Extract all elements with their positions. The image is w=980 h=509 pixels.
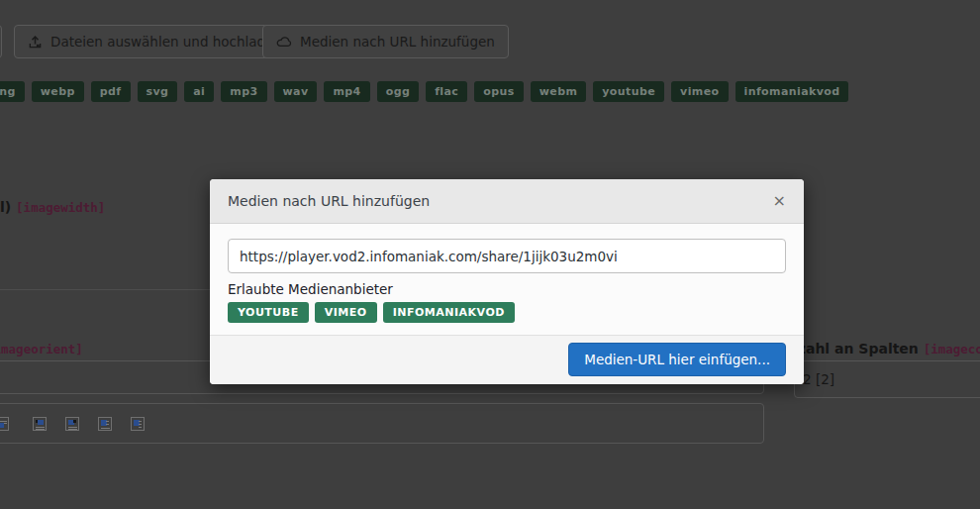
upload-files-label: Dateien auswählen und hochladen [50,34,282,50]
close-icon[interactable]: × [773,193,786,209]
filetype-tag: vimeo [671,81,728,102]
add-media-by-url-label: Medien nach URL hinzufügen [300,34,495,50]
filetype-tag: webp [32,81,84,102]
insert-media-url-button[interactable]: Medien-URL hier einfügen... [568,343,786,376]
filetype-tag: wav [274,81,318,102]
modal-footer: Medien-URL hier einfügen... [210,335,804,384]
filetype-tag: svg [138,81,178,102]
filetype-tag: mp3 [221,81,266,102]
imagecols-field-label: Anzahl an Spalten [imagecols] [777,341,980,356]
imagewidth-label-text: l) [0,199,11,215]
add-media-by-url-button[interactable]: Medien nach URL hinzufügen [262,25,509,58]
filetype-tag: mp4 [324,81,369,102]
provider-badge: INFOMANIAKVOD [383,302,515,323]
filetype-tag: ogg [377,81,420,102]
filetype-tag: flac [426,81,467,102]
provider-badge: YOUTUBE [228,302,309,323]
add-media-by-url-modal: Medien nach URL hinzufügen × Erlaubte Me… [210,179,804,384]
filetype-tag: youtube [593,81,664,102]
filetype-tag: pdf [91,81,131,102]
cloud-icon [276,35,292,49]
filetype-tag: ai [184,81,214,102]
imagecols-input[interactable]: 2 [2] [794,360,980,398]
screen: Dateien auswählen und hochladen Medien n… [0,0,980,509]
clipped-left-button[interactable] [0,25,2,58]
imageorient-field-label: [imageorient] [0,341,83,356]
image-orientation-icon[interactable] [33,417,47,431]
modal-title: Medien nach URL hinzufügen [228,193,430,209]
image-orientation-icon[interactable] [0,417,9,431]
imagecols-value: 2 [2] [795,361,980,397]
upload-icon [28,35,43,50]
orientation-picker-box[interactable] [0,403,764,444]
filetype-tag: opus [474,81,523,102]
filetype-tag: infomaniakvod [735,81,849,102]
image-orientation-icon[interactable] [131,417,145,431]
provider-badge: VIMEO [315,302,377,323]
upload-files-button[interactable]: Dateien auswählen und hochladen [14,25,296,58]
allowed-file-types-row: png webp pdf svg ai mp3 wav mp4 ogg flac… [0,81,848,102]
image-orientation-icon[interactable] [98,417,112,431]
imagecols-code: [imagecols] [924,342,980,356]
imageorient-code: [imageorient] [0,342,83,356]
providers-row: YOUTUBE VIMEO INFOMANIAKVOD [228,302,786,323]
filetype-tag: webm [531,81,587,102]
modal-header: Medien nach URL hinzufügen × [210,179,804,224]
image-orientation-icon[interactable] [65,417,79,431]
modal-body: Erlaubte Medienanbieter YOUTUBE VIMEO IN… [210,224,804,323]
providers-label: Erlaubte Medienanbieter [228,281,786,297]
media-url-input[interactable] [228,239,786,273]
filetype-tag: png [0,81,25,102]
imagewidth-field-label: l) [imagewidth] [0,199,105,215]
imagewidth-code: [imagewidth] [16,200,105,215]
